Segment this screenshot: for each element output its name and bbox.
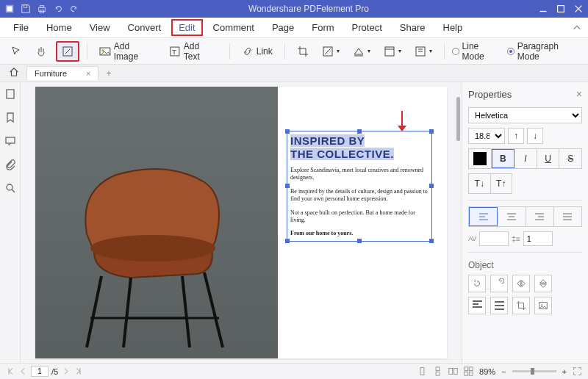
underline-button[interactable]: U bbox=[537, 149, 560, 168]
print-icon[interactable] bbox=[37, 4, 47, 14]
add-text-button[interactable]: T Add Text bbox=[165, 38, 222, 65]
menu-comment[interactable]: Comment bbox=[206, 19, 262, 36]
zoom-in-button[interactable]: + bbox=[562, 367, 567, 376]
svg-rect-4 bbox=[40, 6, 43, 8]
menu-share[interactable]: Share bbox=[392, 19, 433, 36]
fullscreen-icon[interactable] bbox=[573, 367, 582, 376]
bookmarks-icon[interactable] bbox=[4, 112, 16, 123]
prev-page-icon[interactable] bbox=[18, 367, 28, 376]
add-image-button[interactable]: Add Image bbox=[95, 38, 160, 65]
strikethrough-button[interactable]: S bbox=[559, 149, 581, 168]
bates-tool[interactable]: ▾ bbox=[410, 43, 437, 60]
align-row bbox=[468, 206, 582, 227]
svg-rect-21 bbox=[6, 137, 15, 143]
background-tool[interactable]: ▾ bbox=[348, 43, 375, 60]
svg-line-26 bbox=[204, 272, 223, 347]
edit-object-tool[interactable] bbox=[56, 41, 79, 62]
document-tab[interactable]: Furniture × bbox=[26, 66, 98, 80]
svg-rect-55 bbox=[449, 368, 453, 374]
align-justify-button[interactable] bbox=[554, 207, 581, 226]
text-color-button[interactable] bbox=[469, 149, 492, 168]
menu-form[interactable]: Form bbox=[304, 19, 341, 36]
menu-home[interactable]: Home bbox=[39, 19, 79, 36]
comments-icon[interactable] bbox=[4, 135, 16, 147]
char-spacing-input[interactable] bbox=[479, 231, 509, 246]
attachments-icon[interactable] bbox=[4, 159, 16, 170]
statusbar: /5 89% − + bbox=[0, 363, 588, 379]
font-family-select[interactable]: Helvetica bbox=[468, 107, 582, 123]
single-page-view-icon[interactable] bbox=[417, 367, 427, 376]
menu-edit[interactable]: Edit bbox=[171, 19, 202, 36]
replace-image-button[interactable] bbox=[534, 297, 552, 314]
heading-text[interactable]: INSPIRED BY THE COLLECTIVE. bbox=[290, 134, 429, 161]
close-icon[interactable] bbox=[573, 4, 584, 14]
two-page-view-icon[interactable] bbox=[448, 367, 458, 376]
align-objects-left-button[interactable] bbox=[468, 297, 486, 314]
align-right-button[interactable] bbox=[526, 207, 554, 226]
menu-view[interactable]: View bbox=[82, 19, 118, 36]
menu-convert[interactable]: Convert bbox=[121, 19, 169, 36]
superscript-button[interactable]: ↑ bbox=[508, 128, 524, 144]
first-page-icon[interactable] bbox=[6, 367, 15, 376]
select-tool[interactable] bbox=[6, 43, 26, 60]
save-icon[interactable] bbox=[21, 4, 31, 14]
undo-icon[interactable] bbox=[53, 4, 63, 14]
font-size-select[interactable]: 18.8 bbox=[468, 128, 505, 144]
selected-text-box[interactable]: INSPIRED BY THE COLLECTIVE. Explore Scan… bbox=[287, 131, 432, 242]
next-page-icon[interactable] bbox=[61, 367, 71, 376]
last-page-icon[interactable] bbox=[74, 367, 83, 376]
svg-point-10 bbox=[101, 49, 104, 51]
svg-rect-20 bbox=[7, 90, 14, 98]
collapse-ribbon-icon[interactable] bbox=[572, 23, 582, 33]
home-tab-icon[interactable] bbox=[4, 65, 24, 81]
align-left-button[interactable] bbox=[469, 207, 498, 226]
continuous-view-icon[interactable] bbox=[433, 367, 442, 376]
thumbnails-icon[interactable] bbox=[4, 88, 16, 100]
flip-horizontal-button[interactable] bbox=[512, 275, 530, 292]
line-mode-radio[interactable]: Line Mode bbox=[452, 41, 503, 62]
menu-file[interactable]: File bbox=[6, 19, 36, 36]
larger-case-button[interactable]: T↑ bbox=[491, 174, 512, 193]
bold-button[interactable]: B bbox=[492, 149, 515, 168]
svg-text:T: T bbox=[172, 47, 176, 55]
svg-rect-59 bbox=[465, 372, 468, 375]
search-icon[interactable] bbox=[4, 182, 16, 194]
close-panel-icon[interactable]: × bbox=[576, 88, 582, 100]
subscript-button[interactable]: ↓ bbox=[527, 128, 543, 144]
rotate-ccw-button[interactable] bbox=[468, 275, 486, 292]
crop-object-button[interactable] bbox=[512, 297, 530, 314]
paragraph-mode-radio[interactable]: Paragraph Mode bbox=[507, 41, 582, 62]
new-tab-button[interactable]: + bbox=[101, 67, 115, 80]
menu-help[interactable]: Help bbox=[436, 19, 470, 36]
zoom-slider[interactable] bbox=[512, 370, 556, 372]
minimize-icon[interactable] bbox=[538, 4, 548, 14]
crop-tool[interactable] bbox=[293, 43, 313, 60]
align-center-button[interactable] bbox=[498, 207, 526, 226]
watermark-tool[interactable]: ▾ bbox=[318, 43, 344, 60]
vertical-scrollbar[interactable] bbox=[456, 97, 460, 141]
rotate-cw-button[interactable] bbox=[490, 275, 508, 292]
paragraph-2[interactable]: Be inspired by the details of culture, d… bbox=[290, 188, 429, 203]
menu-protect[interactable]: Protect bbox=[345, 19, 390, 36]
tab-close-icon[interactable]: × bbox=[86, 69, 90, 78]
two-page-continuous-icon[interactable] bbox=[464, 367, 473, 376]
maximize-icon[interactable] bbox=[556, 4, 566, 14]
paragraph-4[interactable]: From our home to yours. bbox=[290, 230, 429, 237]
document-area[interactable]: INSPIRED BY THE COLLECTIVE. Explore Scan… bbox=[21, 82, 462, 363]
flip-vertical-button[interactable] bbox=[534, 275, 552, 292]
smaller-case-button[interactable]: T↓ bbox=[469, 174, 491, 193]
paragraph-3[interactable]: Not a space built on perfection. But a h… bbox=[290, 209, 429, 225]
zoom-out-button[interactable]: − bbox=[501, 367, 506, 376]
line-mode-label: Line Mode bbox=[462, 41, 503, 62]
menu-page[interactable]: Page bbox=[265, 19, 301, 36]
paragraph-1[interactable]: Explore Scandinavia, meet local creative… bbox=[290, 167, 429, 182]
page-number-input[interactable] bbox=[31, 366, 49, 377]
hand-tool[interactable] bbox=[31, 43, 51, 60]
line-spacing-input[interactable] bbox=[523, 231, 553, 246]
svg-rect-57 bbox=[465, 367, 468, 371]
redo-icon[interactable] bbox=[69, 4, 79, 14]
distribute-button[interactable] bbox=[490, 297, 508, 314]
italic-button[interactable]: I bbox=[514, 149, 537, 168]
link-button[interactable]: Link bbox=[237, 43, 277, 60]
header-footer-tool[interactable]: ▾ bbox=[379, 43, 406, 60]
